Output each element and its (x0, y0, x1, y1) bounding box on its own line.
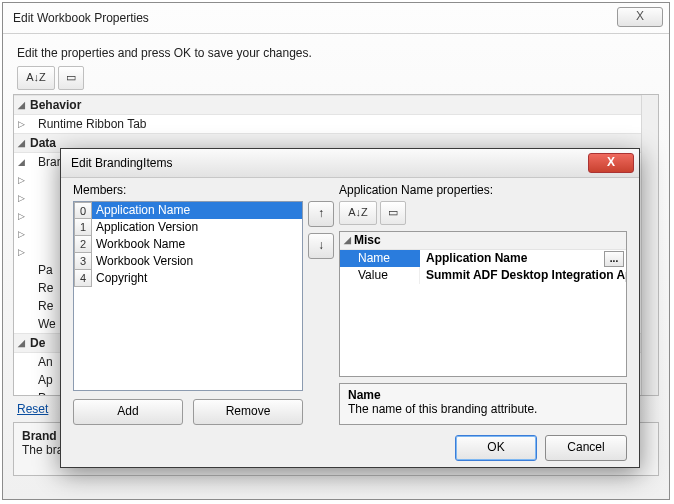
prop-runtime-ribbon-tab[interactable]: ▷ Runtime Ribbon Tab (14, 115, 658, 133)
prop-label: Ap (28, 373, 53, 387)
row-text: Application Version (92, 219, 302, 236)
row-index: 2 (74, 236, 92, 253)
expand-icon: ◢ (14, 100, 28, 110)
row-index: 1 (74, 219, 92, 236)
row-index: 4 (74, 270, 92, 287)
property-page-button[interactable]: ▭ (380, 201, 406, 225)
reset-link[interactable]: Reset (17, 402, 48, 416)
members-label: Members: (73, 183, 303, 197)
expand-icon: ◢ (14, 338, 28, 348)
expand-icon: ▷ (14, 175, 28, 185)
list-item[interactable]: 1Application Version (74, 219, 302, 236)
list-item[interactable]: 4Copyright (74, 270, 302, 287)
expand-icon: ▷ (14, 229, 28, 239)
sort-alpha-icon: A↓Z (26, 71, 46, 83)
dialog-footer: OK Cancel (61, 429, 639, 467)
prop-label: We (28, 317, 56, 331)
remove-button[interactable]: Remove (193, 399, 303, 425)
property-toolbar: A↓Z ▭ (17, 66, 659, 90)
row-index: 0 (74, 202, 92, 219)
prop-label: Re (28, 281, 53, 295)
dialog-title: Edit Workbook Properties (13, 11, 149, 25)
arrow-up-icon: ↑ (318, 206, 324, 220)
category-label: De (28, 336, 45, 350)
prop-label: Pr (28, 391, 50, 396)
expand-icon: ◢ (340, 232, 354, 249)
row-text: Workbook Name (92, 236, 302, 253)
prop-label: An (28, 355, 53, 369)
expand-icon: ▷ (14, 193, 28, 203)
description-title: Brand (22, 429, 57, 443)
prop-value: Application Name (420, 250, 604, 267)
prop-label: Runtime Ribbon Tab (28, 117, 147, 131)
page-icon: ▭ (66, 71, 76, 83)
move-down-button[interactable]: ↓ (308, 233, 334, 259)
arrow-down-icon: ↓ (318, 238, 324, 252)
add-button[interactable]: Add (73, 399, 183, 425)
prop-key: Name (340, 250, 420, 267)
edit-brandingitems-dialog: Edit BrandingItems X Members: 0Applicati… (60, 148, 640, 468)
prop-key: Value (340, 267, 420, 284)
properties-label: Application Name properties: (339, 183, 627, 197)
properties-pane: Application Name properties: A↓Z ▭ ◢ Mis… (339, 183, 627, 425)
members-list[interactable]: 0Application Name 1Application Version 2… (73, 201, 303, 391)
dialog-title-bar[interactable]: Edit BrandingItems X (61, 149, 639, 178)
page-icon: ▭ (388, 206, 398, 218)
category-behavior[interactable]: ◢ Behavior (14, 95, 658, 115)
list-item[interactable]: 0Application Name (74, 202, 302, 219)
row-text: Application Name (92, 202, 302, 219)
close-button[interactable]: X (617, 7, 663, 27)
prop-label: Re (28, 299, 53, 313)
reorder-pane: ↑ ↓ (303, 183, 339, 425)
scrollbar[interactable] (641, 95, 658, 395)
expand-icon: ▷ (14, 119, 28, 129)
row-text: Workbook Version (92, 253, 302, 270)
expand-icon: ▷ (14, 211, 28, 221)
instruction-text: Edit the properties and press OK to save… (17, 46, 659, 60)
prop-value[interactable]: Value Summit ADF Desktop Integration App… (340, 267, 626, 284)
property-toolbar: A↓Z ▭ (339, 201, 627, 225)
expand-icon: ◢ (14, 138, 28, 148)
category-label: Misc (354, 232, 381, 249)
dialog-title: Edit BrandingItems (71, 156, 172, 170)
ellipsis-button[interactable]: ... (604, 251, 624, 267)
members-pane: Members: 0Application Name 1Application … (73, 183, 303, 425)
prop-value-text: Summit ADF Desktop Integration Applica (420, 267, 626, 284)
row-index: 3 (74, 253, 92, 270)
close-button[interactable]: X (588, 153, 634, 173)
move-up-button[interactable]: ↑ (308, 201, 334, 227)
row-text: Copyright (92, 270, 302, 287)
cancel-button[interactable]: Cancel (545, 435, 627, 461)
property-grid[interactable]: ◢ Misc Name Application Name ... Value S… (339, 231, 627, 377)
description-panel: Name The name of this branding attribute… (339, 383, 627, 425)
list-item[interactable]: 3Workbook Version (74, 253, 302, 270)
ok-button[interactable]: OK (455, 435, 537, 461)
category-label: Behavior (28, 98, 81, 112)
sort-alpha-button[interactable]: A↓Z (17, 66, 55, 90)
list-item[interactable]: 2Workbook Name (74, 236, 302, 253)
description-text: The bra (22, 443, 63, 457)
prop-name[interactable]: Name Application Name ... (340, 250, 626, 267)
expand-icon: ▷ (14, 247, 28, 257)
expand-icon: ◢ (14, 157, 28, 167)
dialog-body: Members: 0Application Name 1Application … (73, 183, 627, 425)
category-label: Data (28, 136, 56, 150)
sort-alpha-button[interactable]: A↓Z (339, 201, 377, 225)
dialog-title-bar[interactable]: Edit Workbook Properties X (3, 3, 669, 34)
sort-alpha-icon: A↓Z (348, 206, 368, 218)
prop-label: Pa (28, 263, 53, 277)
category-misc[interactable]: ◢ Misc (340, 232, 626, 250)
description-text: The name of this branding attribute. (348, 402, 537, 416)
property-page-button[interactable]: ▭ (58, 66, 84, 90)
description-title: Name (348, 388, 381, 402)
